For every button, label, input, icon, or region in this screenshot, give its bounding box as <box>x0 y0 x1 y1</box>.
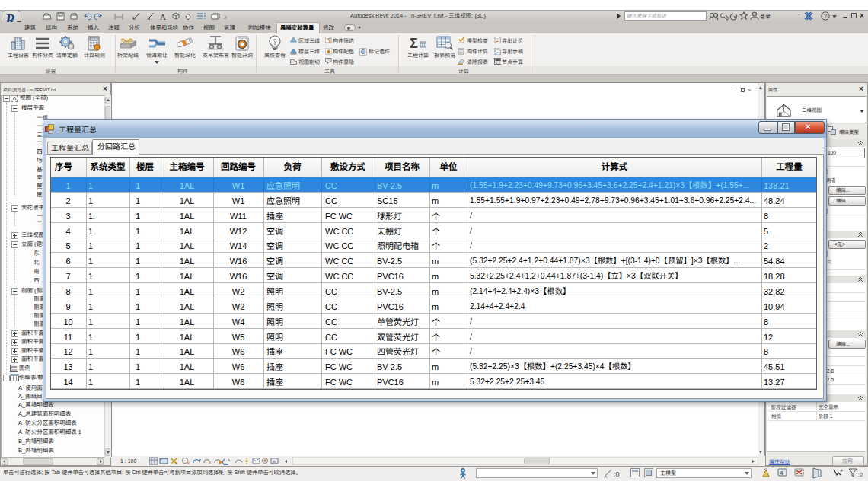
svg-text:x: x <box>175 461 177 465</box>
svg-text::0: :0 <box>614 470 620 478</box>
svg-text:Σ: Σ <box>410 36 418 50</box>
svg-text:x: x <box>209 460 211 464</box>
svg-text:4: 4 <box>780 470 783 477</box>
svg-text::0: :0 <box>858 472 863 477</box>
svg-text:A: A <box>160 12 166 21</box>
svg-text:+: + <box>840 468 843 473</box>
svg-text:?: ? <box>824 12 828 20</box>
svg-text:x: x <box>187 461 190 465</box>
